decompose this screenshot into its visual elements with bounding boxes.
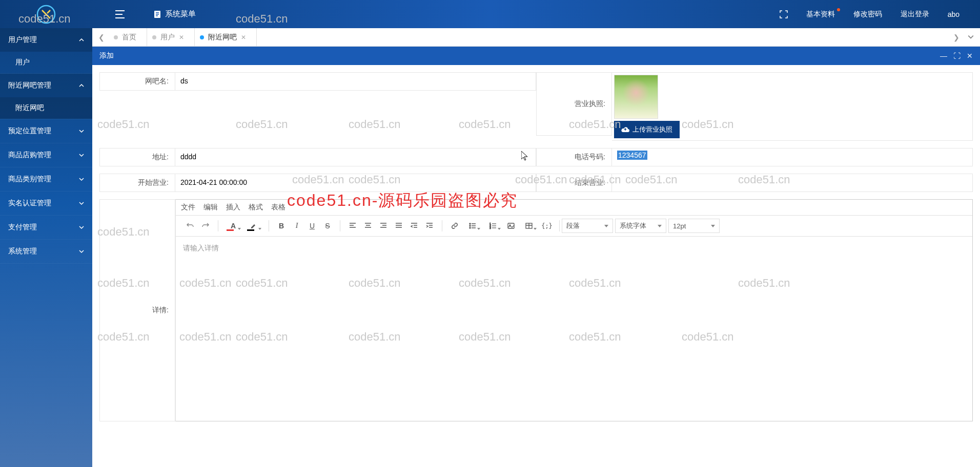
highlight-color-icon[interactable] [244, 219, 263, 233]
indent-decrease-icon[interactable] [407, 219, 421, 233]
strikethrough-icon[interactable]: S [320, 219, 335, 233]
sidebar-group-payment: 支付管理 [0, 216, 92, 240]
font-family-select[interactable]: 系统字体 [615, 219, 666, 233]
bullet-list-icon[interactable] [463, 219, 482, 233]
sidebar-group-realname: 实名认证管理 [0, 192, 92, 216]
chevron-up-icon [79, 83, 84, 88]
tab-label: 附近网吧 [208, 33, 237, 42]
menu-table[interactable]: 表格 [271, 203, 285, 212]
logout-link[interactable]: 退出登录 [901, 10, 929, 19]
change-password-link[interactable]: 修改密码 [853, 10, 882, 19]
underline-icon[interactable]: U [305, 219, 319, 233]
editor-body[interactable]: 请输入详情 [176, 237, 972, 421]
panel-title: 添加 [99, 51, 114, 60]
start-time-label: 开始营业: [99, 174, 175, 192]
app-header: 系统菜单 基本资料 修改密码 退出登录 abo [0, 0, 980, 28]
panel-maximize-icon[interactable]: ⛶ [953, 52, 961, 60]
chevron-down-icon [79, 177, 84, 182]
font-size-select[interactable]: 12pt [668, 219, 720, 233]
sidebar-group-system: 系统管理 [0, 240, 92, 264]
menu-file[interactable]: 文件 [181, 203, 195, 212]
chevron-up-icon [79, 37, 84, 43]
svg-point-5 [469, 223, 471, 224]
fullscreen-icon[interactable] [780, 10, 788, 18]
menu-format[interactable]: 格式 [249, 203, 263, 212]
name-input[interactable] [175, 73, 536, 89]
end-time-label: 结束营业: [536, 174, 612, 192]
sidebar-group-title-netbar[interactable]: 附近网吧管理 [0, 74, 92, 97]
upload-license-button[interactable]: 上传营业执照 [614, 121, 680, 138]
svg-rect-2 [156, 12, 159, 13]
sidebar-item-user[interactable]: 用户 [0, 52, 92, 73]
redo-icon[interactable] [198, 219, 213, 233]
editor-toolbar: A B I U S [176, 216, 972, 237]
tab-dot-icon [114, 35, 118, 39]
start-time-input[interactable] [175, 174, 536, 190]
sidebar-group-title-system[interactable]: 系统管理 [0, 240, 92, 263]
sidebar-group-title-user[interactable]: 用户管理 [0, 28, 92, 52]
tabs-more-button[interactable] [964, 33, 978, 41]
paragraph-select[interactable]: 段落 [562, 219, 613, 233]
svg-point-7 [469, 227, 471, 228]
link-icon[interactable] [447, 219, 462, 233]
tab-home[interactable]: 首页 [109, 28, 147, 47]
sidebar-item-nearby-netbar[interactable]: 附近网吧 [0, 97, 92, 119]
table-icon[interactable] [519, 219, 539, 233]
image-icon[interactable] [504, 219, 518, 233]
numbered-list-icon[interactable]: 123 [483, 219, 503, 233]
license-photo [614, 75, 658, 119]
menu-insert[interactable]: 插入 [226, 203, 240, 212]
sidebar-group-title-reservation[interactable]: 预定位置管理 [0, 119, 92, 143]
chevron-down-icon [79, 249, 84, 254]
phone-input[interactable]: 1234567 [617, 151, 647, 160]
tab-label: 首页 [122, 33, 136, 42]
svg-rect-3 [156, 14, 159, 15]
panel-minimize-icon[interactable]: — [940, 52, 947, 60]
undo-icon[interactable] [183, 219, 197, 233]
phone-label: 电话号码: [536, 148, 612, 166]
text-color-icon[interactable]: A [223, 219, 243, 233]
menu-edit[interactable]: 编辑 [203, 203, 218, 212]
code-icon[interactable]: {;} [540, 219, 554, 233]
sidebar-group-title-payment[interactable]: 支付管理 [0, 216, 92, 239]
tabs-next-button[interactable]: ❯ [949, 33, 964, 41]
logo [0, 0, 92, 28]
rich-text-editor: 文件 编辑 插入 格式 表格 [175, 199, 973, 421]
main-content: ❮ 首页 用户 ✕ 附近网吧 ✕ ❯ 添加 — [92, 28, 980, 467]
tab-nearby-netbar[interactable]: 附近网吧 ✕ [195, 28, 257, 47]
align-left-icon[interactable] [345, 219, 360, 233]
tab-close-icon[interactable]: ✕ [241, 34, 246, 41]
sidebar: 用户管理 用户 附近网吧管理 附近网吧 预定位置管理 商品店购管理 [0, 28, 92, 467]
align-right-icon[interactable] [376, 219, 391, 233]
name-label: 网吧名: [99, 72, 175, 91]
svg-rect-4 [156, 15, 158, 16]
tabs-prev-button[interactable]: ❮ [94, 33, 109, 41]
tab-dot-icon [200, 35, 204, 39]
system-menu-button[interactable]: 系统菜单 [153, 9, 196, 19]
document-icon [153, 10, 162, 19]
chevron-down-icon [79, 201, 84, 206]
username-label[interactable]: abo [948, 10, 959, 18]
tab-close-icon[interactable]: ✕ [179, 34, 184, 41]
editor-menubar: 文件 编辑 插入 格式 表格 [176, 200, 972, 216]
italic-icon[interactable]: I [290, 219, 304, 233]
align-center-icon[interactable] [361, 219, 375, 233]
bold-icon[interactable]: B [274, 219, 289, 233]
sidebar-group-title-category[interactable]: 商品类别管理 [0, 167, 92, 191]
tab-user[interactable]: 用户 ✕ [147, 28, 195, 47]
address-label: 地址: [99, 148, 175, 166]
panel-close-icon[interactable]: ✕ [967, 52, 973, 60]
sidebar-group-title-shop[interactable]: 商品店购管理 [0, 143, 92, 167]
sidebar-group-title-realname[interactable]: 实名认证管理 [0, 192, 92, 215]
address-input[interactable] [175, 148, 536, 165]
svg-point-6 [469, 225, 471, 226]
detail-label: 详情: [99, 199, 175, 421]
basic-info-link[interactable]: 基本资料 [806, 10, 835, 19]
sidebar-toggle-icon[interactable] [115, 10, 125, 18]
align-justify-icon[interactable] [392, 219, 406, 233]
end-time-input[interactable] [612, 174, 972, 190]
tab-label: 用户 [160, 33, 175, 42]
indent-increase-icon[interactable] [422, 219, 437, 233]
system-menu-label: 系统菜单 [165, 9, 196, 19]
upload-button-label: 上传营业执照 [632, 125, 672, 134]
